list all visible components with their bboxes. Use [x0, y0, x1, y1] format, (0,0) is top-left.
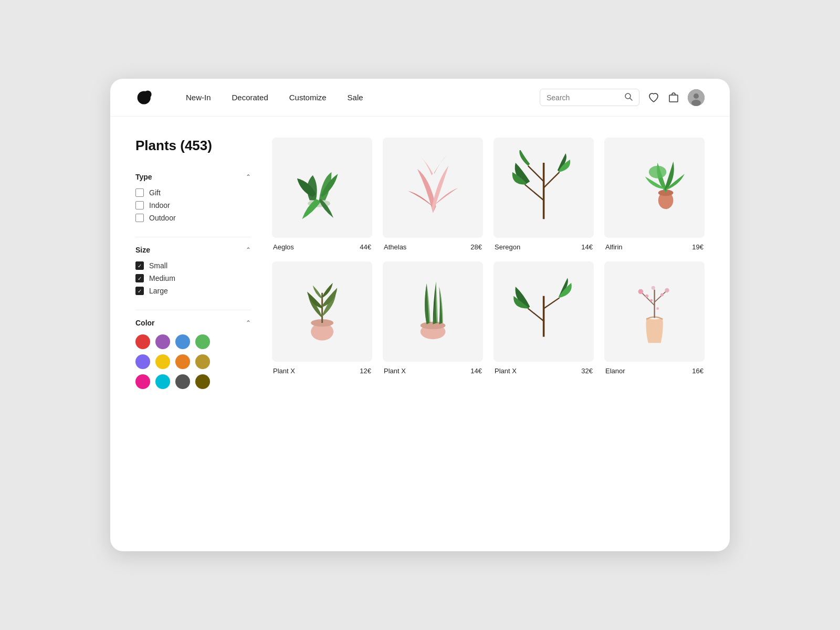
color-swatch[interactable] — [175, 374, 190, 389]
product-card[interactable]: Elanor16€ — [604, 261, 705, 375]
filter-size-header[interactable]: Size ⌃ — [135, 246, 251, 254]
svg-line-12 — [528, 166, 544, 182]
product-price: 19€ — [692, 243, 704, 251]
product-price: 14€ — [581, 243, 593, 251]
product-grid-wrapper: Aeglos44€ Athelas28€ Seregon14€ Alfirin1… — [272, 138, 705, 530]
search-bar[interactable] — [540, 89, 639, 106]
product-info: Aeglos44€ — [272, 243, 372, 251]
checkbox-medium[interactable] — [135, 274, 144, 282]
main-nav: New-In Decorated Customize Sale — [186, 93, 540, 102]
nav-item-new-in[interactable]: New-In — [186, 93, 211, 102]
svg-point-33 — [650, 299, 653, 302]
header: New-In Decorated Customize Sale — [110, 79, 730, 117]
product-image — [272, 261, 372, 362]
filter-option-large[interactable]: Large — [135, 287, 251, 295]
checkbox-small[interactable] — [135, 261, 144, 270]
color-swatch[interactable] — [155, 334, 170, 349]
product-card[interactable]: Plant X32€ — [494, 261, 594, 375]
filter-size: Size ⌃ Small Medium Large — [135, 246, 251, 295]
search-icon-button[interactable] — [624, 92, 633, 102]
color-swatch[interactable] — [135, 354, 150, 369]
filter-option-small[interactable]: Small — [135, 261, 251, 270]
product-name: Plant X — [384, 367, 406, 375]
product-image — [272, 138, 372, 238]
product-price: 16€ — [692, 367, 704, 375]
product-card[interactable]: Plant X14€ — [383, 261, 483, 375]
filter-color-header[interactable]: Color ⌃ — [135, 319, 251, 327]
svg-point-1 — [144, 90, 151, 98]
svg-point-27 — [638, 289, 643, 295]
svg-point-28 — [665, 288, 669, 292]
product-name: Plant X — [495, 367, 517, 375]
divider-type-size — [135, 237, 251, 237]
cart-button[interactable] — [668, 92, 679, 103]
filter-type-header[interactable]: Type ⌃ — [135, 173, 251, 181]
product-info: Plant X14€ — [383, 367, 483, 375]
checkbox-outdoor[interactable] — [135, 214, 144, 222]
product-price: 14€ — [470, 367, 482, 375]
svg-line-11 — [544, 172, 560, 188]
color-swatch[interactable] — [195, 374, 210, 389]
checkbox-large[interactable] — [135, 287, 144, 295]
product-card[interactable]: Aeglos44€ — [272, 138, 372, 251]
product-image — [604, 261, 705, 362]
svg-point-29 — [652, 286, 655, 290]
checkbox-gift[interactable] — [135, 188, 144, 197]
svg-point-30 — [645, 295, 648, 298]
color-swatch[interactable] — [135, 374, 150, 389]
product-card[interactable]: Alfirin19€ — [604, 138, 705, 251]
filter-option-indoor[interactable]: Indoor — [135, 201, 251, 209]
color-swatch[interactable] — [155, 374, 170, 389]
product-price: 28€ — [470, 243, 482, 251]
color-swatch[interactable] — [195, 354, 210, 369]
color-swatch[interactable] — [135, 334, 150, 349]
product-card[interactable]: Seregon14€ — [494, 138, 594, 251]
product-card[interactable]: Athelas28€ — [383, 138, 483, 251]
search-input[interactable] — [547, 93, 620, 102]
checkbox-indoor[interactable] — [135, 201, 144, 209]
chevron-up-size-icon: ⌃ — [246, 246, 251, 254]
svg-point-32 — [656, 307, 659, 310]
chevron-up-icon: ⌃ — [246, 173, 251, 181]
page-title: Plants (453) — [135, 138, 251, 154]
product-card[interactable]: Plant X12€ — [272, 261, 372, 375]
svg-point-6 — [694, 93, 699, 99]
nav-item-customize[interactable]: Customize — [289, 93, 327, 102]
product-info: Plant X32€ — [494, 367, 594, 375]
user-avatar[interactable] — [688, 89, 705, 106]
wishlist-button[interactable] — [648, 92, 659, 103]
header-right — [540, 89, 705, 106]
svg-point-7 — [691, 100, 701, 106]
filter-color-label: Color — [135, 319, 155, 327]
product-info: Elanor16€ — [604, 367, 705, 375]
product-price: 44€ — [360, 243, 371, 251]
svg-line-23 — [544, 298, 560, 308]
main-content: Plants (453) Type ⌃ Gift Indoor — [110, 117, 730, 551]
filter-option-medium[interactable]: Medium — [135, 274, 251, 282]
product-price: 12€ — [360, 367, 371, 375]
svg-line-25 — [642, 293, 655, 306]
filter-size-options: Small Medium Large — [135, 261, 251, 295]
divider-size-color — [135, 310, 251, 310]
product-name: Plant X — [273, 367, 295, 375]
chevron-up-color-icon: ⌃ — [246, 319, 251, 327]
svg-rect-4 — [669, 95, 678, 102]
nav-item-sale[interactable]: Sale — [348, 93, 363, 102]
svg-line-3 — [630, 98, 632, 100]
nav-item-decorated[interactable]: Decorated — [232, 93, 268, 102]
product-image — [604, 138, 705, 238]
product-info: Plant X12€ — [272, 367, 372, 375]
filter-option-gift[interactable]: Gift — [135, 188, 251, 197]
color-swatch[interactable] — [155, 354, 170, 369]
logo[interactable] — [135, 88, 154, 107]
color-swatches — [135, 334, 251, 389]
product-info: Alfirin19€ — [604, 243, 705, 251]
product-image — [494, 138, 594, 238]
product-name: Alfirin — [605, 243, 623, 251]
svg-line-26 — [655, 291, 666, 302]
filter-option-outdoor[interactable]: Outdoor — [135, 214, 251, 222]
product-name: Seregon — [495, 243, 520, 251]
color-swatch[interactable] — [175, 354, 190, 369]
color-swatch[interactable] — [195, 334, 210, 349]
color-swatch[interactable] — [175, 334, 190, 349]
